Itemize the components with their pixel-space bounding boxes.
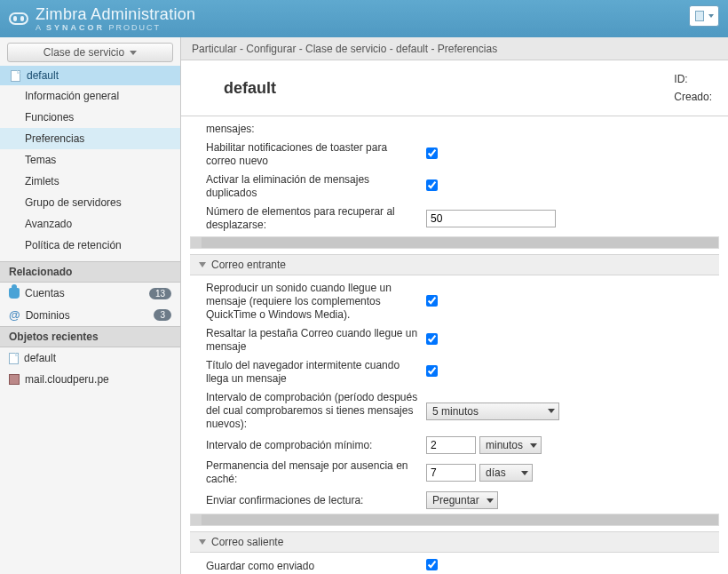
chk-title-blink[interactable] xyxy=(426,365,438,377)
hscroll-2[interactable] xyxy=(190,514,719,526)
main-layout: Clase de servicio default Información ge… xyxy=(0,37,728,574)
brand-subtitle: A SYNACOR PRODUCT xyxy=(36,24,195,32)
collapse-icon xyxy=(199,539,206,545)
nav-temas[interactable]: Temas xyxy=(0,149,180,171)
at-icon: @ xyxy=(9,308,20,322)
window-icon xyxy=(695,11,704,21)
select-read-receipt[interactable]: Preguntar xyxy=(426,491,498,509)
group-outgoing[interactable]: Correo saliente xyxy=(190,531,719,553)
tree-root-label: default xyxy=(27,69,59,82)
nav-avanzado[interactable]: Avanzado xyxy=(0,213,180,235)
logo-icon xyxy=(9,12,28,25)
recent-mail-server[interactable]: mail.cloudperu.pe xyxy=(0,369,180,390)
chevron-down-icon xyxy=(708,14,714,18)
input-poll-min[interactable] xyxy=(426,436,476,454)
doc-icon xyxy=(9,353,19,364)
title-bar: default ID: Creado: xyxy=(181,60,728,116)
row-save-sent: Guardar como enviado xyxy=(190,556,719,574)
brand: Zimbra Administration A SYNACOR PRODUCT xyxy=(36,6,195,32)
chk-sound[interactable] xyxy=(426,295,438,307)
row-poll-min: Intervalo de comprobación mínimo: minuto… xyxy=(190,434,719,457)
chevron-down-icon xyxy=(530,443,537,448)
row-dedup: Activar la eliminación de mensajes dupli… xyxy=(190,171,719,203)
nav-preferencias[interactable]: Preferencias xyxy=(0,128,180,149)
meta-created-label: Creado: xyxy=(674,91,712,103)
row-toaster: Habilitar notificaciones de toaster para… xyxy=(190,139,719,171)
row-mensajes-cut: mensajes: xyxy=(190,120,719,139)
sidebar-top-label: Clase de servicio xyxy=(44,46,124,59)
input-scroll-count[interactable] xyxy=(426,210,556,227)
nav-zimlets[interactable]: Zimlets xyxy=(0,171,180,192)
sidebar-top-dropdown[interactable]: Clase de servicio xyxy=(7,43,173,62)
sidebar: Clase de servicio default Información ge… xyxy=(0,37,181,574)
group-incoming[interactable]: Correo entrante xyxy=(190,254,719,275)
badge-cuentas: 13 xyxy=(149,288,171,299)
header-tool-button[interactable] xyxy=(689,5,719,27)
chk-toaster[interactable] xyxy=(426,147,438,159)
recent-header: Objetos recientes xyxy=(0,326,180,347)
chevron-down-icon xyxy=(548,409,555,413)
chk-dedup[interactable] xyxy=(426,179,438,191)
nav-info-general[interactable]: Información general xyxy=(0,85,180,107)
row-poll: Intervalo de comprobación (período despu… xyxy=(190,388,719,434)
nav-tree: default Información general Funciones Pr… xyxy=(0,66,180,261)
row-scroll-count: Número de elementos para recuperar al de… xyxy=(190,203,719,235)
select-cache-unit[interactable]: días xyxy=(479,464,533,482)
input-cache-days[interactable] xyxy=(426,464,476,482)
row-sound: Reproducir un sonido cuando llegue un me… xyxy=(190,279,719,324)
chevron-down-icon xyxy=(130,51,137,55)
select-poll-interval[interactable]: 5 minutos xyxy=(426,403,559,420)
server-icon xyxy=(9,374,20,385)
select-poll-min-unit[interactable]: minutos xyxy=(479,436,542,454)
user-icon xyxy=(9,288,20,299)
tree-root-default[interactable]: default xyxy=(0,66,180,85)
brand-title: Zimbra Administration xyxy=(36,6,195,22)
related-dominios[interactable]: @Dominios 3 xyxy=(0,304,180,326)
row-read-receipt: Enviar confirmaciones de lectura: Pregun… xyxy=(190,489,719,512)
chk-highlight[interactable] xyxy=(426,333,438,345)
badge-dominios: 3 xyxy=(154,309,171,321)
meta-block: ID: Creado: xyxy=(674,73,712,103)
panel-incoming: Reproducir un sonido cuando llegue un me… xyxy=(190,279,719,512)
chk-save-sent[interactable] xyxy=(426,559,438,570)
chevron-down-icon xyxy=(521,471,528,475)
nav-retencion[interactable]: Política de retención xyxy=(0,235,180,256)
meta-id-label: ID: xyxy=(674,73,687,85)
collapse-icon xyxy=(199,262,206,267)
page-title: default xyxy=(224,79,674,98)
related-cuentas[interactable]: Cuentas 13 xyxy=(0,283,180,304)
panel-top: mensajes: Habilitar notificaciones de to… xyxy=(190,120,719,235)
row-highlight-tab: Resaltar la pestaña Correo cuando llegue… xyxy=(190,324,719,356)
breadcrumb: Particular - Configurar - Clase de servi… xyxy=(181,37,728,60)
row-cache: Permanencia del mensaje por ausencia en … xyxy=(190,457,719,489)
row-title-blink: Título del navegador intermitente cuando… xyxy=(190,356,719,388)
nav-grupo-servidores[interactable]: Grupo de servidores xyxy=(0,192,180,213)
panel-outgoing: Guardar como enviado Permitir el envío d… xyxy=(190,556,719,574)
chevron-down-icon xyxy=(487,498,494,503)
related-header: Relacionado xyxy=(0,261,180,283)
hscroll-1[interactable] xyxy=(190,236,719,249)
cos-icon xyxy=(9,69,21,82)
prefs-body[interactable]: mensajes: Habilitar notificaciones de to… xyxy=(181,116,728,574)
content-area: Particular - Configurar - Clase de servi… xyxy=(181,37,728,574)
nav-funciones[interactable]: Funciones xyxy=(0,107,180,128)
top-header: Zimbra Administration A SYNACOR PRODUCT xyxy=(0,0,728,37)
recent-default[interactable]: default xyxy=(0,347,180,369)
